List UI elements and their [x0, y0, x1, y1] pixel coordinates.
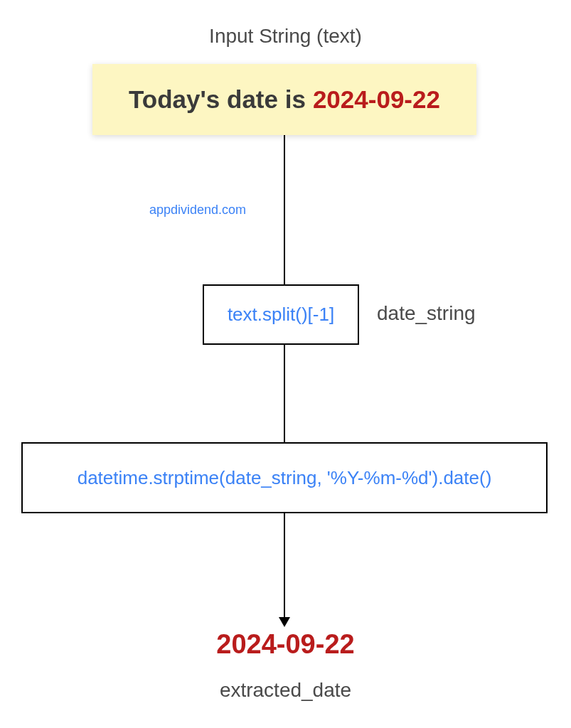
arrow-line-2: [284, 345, 285, 442]
result-date: 2024-09-22: [0, 629, 571, 660]
arrow-line-1: [284, 135, 285, 284]
result-label: extracted_date: [0, 679, 571, 702]
input-prefix-text: Today's date is: [129, 85, 306, 114]
arrowhead-icon: [279, 617, 290, 627]
split-code-box: text.split()[-1]: [203, 284, 359, 345]
split-label: date_string: [377, 302, 476, 325]
strptime-code-box: datetime.strptime(date_string, '%Y-%m-%d…: [21, 442, 548, 513]
diagram-title: Input String (text): [0, 25, 571, 48]
input-date-text: 2024-09-22: [313, 85, 440, 114]
watermark-text: appdividend.com: [149, 203, 246, 218]
input-string-box: Today's date is 2024-09-22: [92, 64, 476, 135]
arrow-line-3: [284, 513, 285, 620]
